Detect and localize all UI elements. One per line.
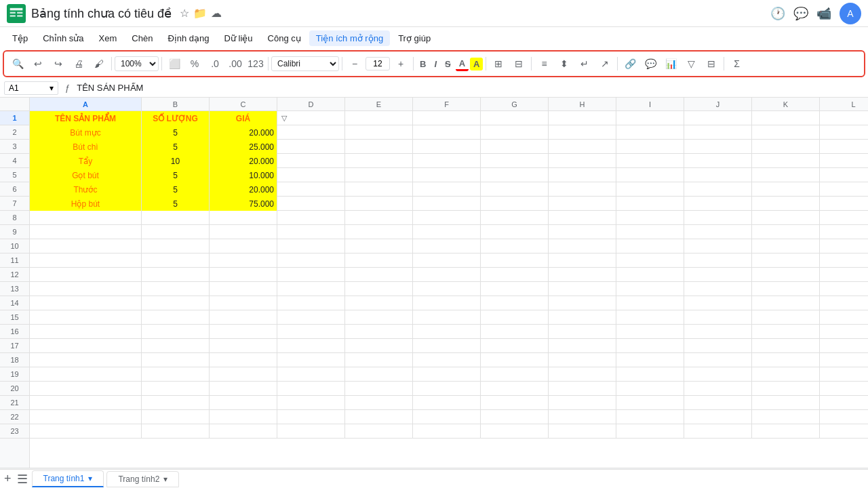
cell-C2[interactable]: 20.000 <box>210 125 277 140</box>
cell-B2[interactable]: 5 <box>142 125 210 140</box>
cell-A12[interactable] <box>30 268 142 282</box>
borders-button[interactable]: ⊞ <box>489 54 508 73</box>
cell-E6[interactable] <box>345 182 413 197</box>
cell-A3[interactable]: Bút chì <box>30 140 142 154</box>
cell-G12[interactable] <box>481 268 549 282</box>
sheet-tab-1-dropdown[interactable]: ▾ <box>88 474 92 483</box>
cell-L21[interactable] <box>820 396 868 410</box>
cell-J7[interactable] <box>684 197 752 211</box>
cell-A21[interactable] <box>30 396 142 410</box>
text-color-button[interactable]: A <box>456 57 469 71</box>
cell-J17[interactable] <box>684 339 752 353</box>
cell-E7[interactable] <box>345 197 413 211</box>
cell-E9[interactable] <box>345 225 413 239</box>
cell-I8[interactable] <box>616 211 684 225</box>
cell-E14[interactable] <box>345 296 413 310</box>
cell-J13[interactable] <box>684 282 752 296</box>
cell-J4[interactable] <box>684 154 752 168</box>
cell-I23[interactable] <box>616 424 684 439</box>
cell-J15[interactable] <box>684 310 752 325</box>
cell-A13[interactable] <box>30 282 142 296</box>
cell-E1[interactable] <box>345 111 413 125</box>
cell-L10[interactable] <box>820 239 868 253</box>
menu-tep[interactable]: Tệp <box>5 30 35 46</box>
cell-D9[interactable] <box>277 225 345 239</box>
cell-H8[interactable] <box>549 211 616 225</box>
cell-L16[interactable] <box>820 325 868 339</box>
cell-B3[interactable]: 5 <box>142 140 210 154</box>
cell-F1[interactable] <box>413 111 481 125</box>
chart-button[interactable]: 📊 <box>661 54 680 73</box>
cell-A20[interactable] <box>30 382 142 396</box>
cell-F12[interactable] <box>413 268 481 282</box>
cell-L12[interactable] <box>820 268 868 282</box>
cloud-icon[interactable]: ☁ <box>211 7 222 20</box>
cell-D16[interactable] <box>277 325 345 339</box>
cell-E15[interactable] <box>345 310 413 325</box>
cell-H7[interactable] <box>549 197 616 211</box>
cell-H15[interactable] <box>549 310 616 325</box>
cell-G22[interactable] <box>481 410 549 424</box>
row-number-6[interactable]: 6 <box>0 182 29 197</box>
italic-button[interactable]: I <box>431 58 440 70</box>
cell-K19[interactable] <box>752 367 820 382</box>
cell-I19[interactable] <box>616 367 684 382</box>
redo-button[interactable]: ↪ <box>49 54 68 73</box>
cell-C11[interactable] <box>210 253 277 268</box>
cell-K21[interactable] <box>752 396 820 410</box>
cell-F8[interactable] <box>413 211 481 225</box>
cell-C13[interactable] <box>210 282 277 296</box>
cell-C12[interactable] <box>210 268 277 282</box>
cell-J3[interactable] <box>684 140 752 154</box>
cell-B1[interactable]: SỐ LƯỢNG <box>142 111 210 125</box>
row-number-14[interactable]: 14 <box>0 296 29 310</box>
cell-L1[interactable] <box>820 111 868 125</box>
cell-G9[interactable] <box>481 225 549 239</box>
cell-J8[interactable] <box>684 211 752 225</box>
sum-button[interactable]: Σ <box>727 54 746 73</box>
row-number-3[interactable]: 3 <box>0 140 29 154</box>
cell-G2[interactable] <box>481 125 549 140</box>
cell-B15[interactable] <box>142 310 210 325</box>
sheet-tab-1[interactable]: Trang tính1 ▾ <box>32 470 104 487</box>
font-size-decrease-button[interactable]: − <box>345 54 364 73</box>
cell-K12[interactable] <box>752 268 820 282</box>
cell-F7[interactable] <box>413 197 481 211</box>
cell-C22[interactable] <box>210 410 277 424</box>
cell-E20[interactable] <box>345 382 413 396</box>
cell-E21[interactable] <box>345 396 413 410</box>
cell-D22[interactable] <box>277 410 345 424</box>
cell-C23[interactable] <box>210 424 277 439</box>
valign-button[interactable]: ⬍ <box>555 54 574 73</box>
col-header-a[interactable]: A <box>30 98 142 110</box>
cell-reference-box[interactable]: A1 ▾ <box>4 81 58 95</box>
cell-F14[interactable] <box>413 296 481 310</box>
cell-H12[interactable] <box>549 268 616 282</box>
cell-L20[interactable] <box>820 382 868 396</box>
cell-G10[interactable] <box>481 239 549 253</box>
menu-chinh-sua[interactable]: Chỉnh sửa <box>36 30 90 46</box>
cell-D5[interactable] <box>277 168 345 182</box>
cell-L19[interactable] <box>820 367 868 382</box>
formula-input[interactable] <box>77 83 864 93</box>
cell-I17[interactable] <box>616 339 684 353</box>
cell-I1[interactable] <box>616 111 684 125</box>
row-number-16[interactable]: 16 <box>0 325 29 339</box>
cell-D6[interactable] <box>277 182 345 197</box>
cell-K23[interactable] <box>752 424 820 439</box>
cell-E2[interactable] <box>345 125 413 140</box>
cell-D13[interactable] <box>277 282 345 296</box>
cell-F20[interactable] <box>413 382 481 396</box>
cell-F5[interactable] <box>413 168 481 182</box>
cell-K16[interactable] <box>752 325 820 339</box>
cell-K3[interactable] <box>752 140 820 154</box>
cell-C21[interactable] <box>210 396 277 410</box>
cell-H14[interactable] <box>549 296 616 310</box>
video-icon[interactable]: 📹 <box>816 6 831 21</box>
cell-F10[interactable] <box>413 239 481 253</box>
cell-A18[interactable] <box>30 353 142 367</box>
cell-B8[interactable] <box>142 211 210 225</box>
cell-C18[interactable] <box>210 353 277 367</box>
cell-D17[interactable] <box>277 339 345 353</box>
cell-E16[interactable] <box>345 325 413 339</box>
